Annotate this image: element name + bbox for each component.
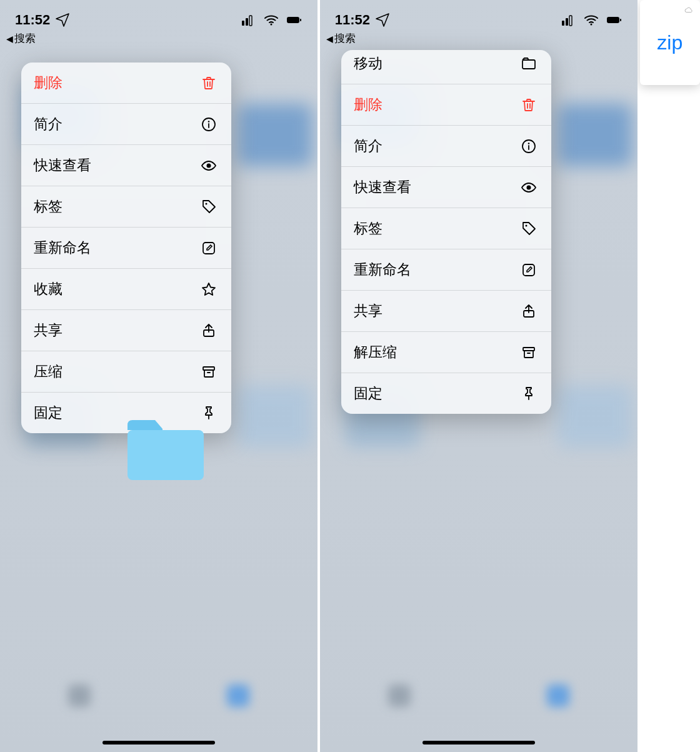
back-label: 搜索 xyxy=(14,31,36,46)
tab-bar xyxy=(0,664,318,727)
menu-label: 快速查看 xyxy=(34,156,91,175)
battery-icon xyxy=(605,11,622,29)
menu-item-delete[interactable]: 删除 xyxy=(341,84,551,126)
folder-icon xyxy=(124,416,208,484)
menu-item-decompress[interactable]: 解压缩 xyxy=(341,332,551,373)
menu-label: 解压缩 xyxy=(354,343,397,362)
tab-browse-icon[interactable] xyxy=(227,684,249,707)
menu-label: 共享 xyxy=(34,321,62,340)
menu-item-info[interactable]: 简介 xyxy=(341,126,551,167)
share-icon xyxy=(200,322,218,339)
pin-icon xyxy=(520,385,538,403)
signal-icon xyxy=(240,11,258,29)
back-caret-icon: ◀ xyxy=(326,34,333,44)
menu-item-pin[interactable]: 固定 xyxy=(341,373,551,414)
menu-item-favorite[interactable]: 收藏 xyxy=(21,269,231,310)
status-time: 11:52 xyxy=(335,12,370,28)
eye-icon xyxy=(520,179,538,196)
home-indicator[interactable] xyxy=(422,741,535,744)
menu-label: 简介 xyxy=(34,114,62,134)
menu-label: 重新命名 xyxy=(354,260,411,279)
back-caret-icon: ◀ xyxy=(6,34,13,44)
folder-move-icon xyxy=(520,55,538,73)
menu-item-share[interactable]: 共享 xyxy=(21,310,231,351)
menu-label: 重新命名 xyxy=(34,238,91,258)
tab-bar xyxy=(320,664,638,727)
menu-label: 固定 xyxy=(354,384,382,403)
phone-left: 11:52 ◀ 搜索 删除 简介 快速查看 标签 xyxy=(0,0,318,752)
home-indicator[interactable] xyxy=(102,741,215,744)
menu-item-quicklook[interactable]: 快速查看 xyxy=(21,145,231,186)
info-icon xyxy=(200,116,218,133)
tab-recent-icon[interactable] xyxy=(388,684,411,707)
tab-recent-icon[interactable] xyxy=(68,684,91,707)
archive-icon xyxy=(520,344,538,361)
location-icon xyxy=(374,11,391,29)
menu-item-rename[interactable]: 重新命名 xyxy=(341,249,551,291)
menu-label: 移动 xyxy=(354,54,382,73)
menu-item-tags[interactable]: 标签 xyxy=(21,186,231,228)
back-label: 搜索 xyxy=(334,31,356,46)
signal-icon xyxy=(560,11,578,29)
status-time: 11:52 xyxy=(15,12,50,28)
status-bar: 11:52 xyxy=(0,0,318,31)
menu-label: 收藏 xyxy=(34,279,62,299)
star-icon xyxy=(200,281,218,298)
svg-rect-14 xyxy=(128,430,204,480)
trash-icon xyxy=(520,96,538,114)
tab-browse-icon[interactable] xyxy=(547,684,569,707)
zip-label: zip xyxy=(657,31,682,54)
context-menu: 移动 删除 简介 快速查看 标签 重新命名 共享 解压缩 xyxy=(341,50,551,414)
menu-label: 共享 xyxy=(354,301,382,321)
wifi-icon xyxy=(582,11,600,29)
wifi-icon xyxy=(262,11,280,29)
location-icon xyxy=(54,11,71,29)
cloud-icon xyxy=(684,5,695,13)
phone-right: 11:52 ◀ 搜索 移动 删除 简介 快速查看 xyxy=(320,0,638,752)
back-nav[interactable]: ◀ 搜索 xyxy=(0,31,318,46)
menu-item-delete[interactable]: 删除 xyxy=(21,63,231,104)
menu-label: 快速查看 xyxy=(354,178,411,197)
share-icon xyxy=(520,303,538,320)
menu-label: 删除 xyxy=(34,73,62,93)
info-icon xyxy=(520,138,538,155)
eye-icon xyxy=(200,157,218,174)
edit-icon xyxy=(200,239,218,257)
menu-item-share[interactable]: 共享 xyxy=(341,291,551,332)
archive-icon xyxy=(200,363,218,381)
menu-label: 标签 xyxy=(354,219,382,238)
edit-icon xyxy=(520,261,538,279)
back-nav[interactable]: ◀ 搜索 xyxy=(320,31,638,46)
menu-label: 固定 xyxy=(34,403,62,423)
menu-item-rename[interactable]: 重新命名 xyxy=(21,228,231,269)
trash-icon xyxy=(200,74,218,92)
folder-preview[interactable] xyxy=(124,416,208,484)
tag-icon xyxy=(520,220,538,238)
battery-icon xyxy=(285,11,302,29)
menu-item-quicklook[interactable]: 快速查看 xyxy=(341,167,551,208)
status-bar: 11:52 xyxy=(320,0,638,31)
menu-label: 标签 xyxy=(34,197,62,216)
zip-file-preview[interactable]: zip xyxy=(640,0,700,85)
tag-icon xyxy=(200,198,218,216)
menu-item-compress[interactable]: 压缩 xyxy=(21,351,231,393)
menu-label: 删除 xyxy=(354,95,382,114)
menu-label: 压缩 xyxy=(34,362,62,381)
menu-label: 简介 xyxy=(354,136,382,156)
menu-item-tags[interactable]: 标签 xyxy=(341,208,551,249)
menu-item-move[interactable]: 移动 xyxy=(341,50,551,84)
context-menu: 删除 简介 快速查看 标签 重新命名 收藏 共享 压缩 xyxy=(21,63,231,433)
menu-item-info[interactable]: 简介 xyxy=(21,104,231,145)
